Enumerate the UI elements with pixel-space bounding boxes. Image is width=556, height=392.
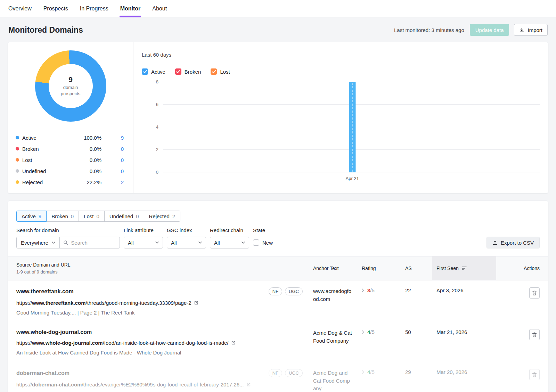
external-link-icon[interactable] (231, 341, 236, 345)
nav-item[interactable]: In Progress (80, 0, 108, 17)
redirect-chain-value: All (214, 240, 220, 246)
trend-legend-label: Lost (220, 69, 230, 75)
state-label: State (253, 227, 273, 233)
url-prefix: https:// (16, 340, 32, 346)
rating-cell[interactable]: 4/5 (362, 362, 405, 392)
redirect-chain-label: Redirect chain (210, 227, 249, 233)
trend-legend-item[interactable]: Active (142, 68, 165, 75)
legend-dot (16, 158, 19, 162)
link-attribute-badge: UGC (285, 369, 303, 377)
nav-item[interactable]: Monitor (120, 0, 141, 17)
checkbox-unchecked-icon (253, 239, 259, 246)
legend-dot (16, 169, 19, 173)
status-tab[interactable]: Broken 0 (46, 211, 79, 222)
last-monitored-text: Last monitored: 3 minutes ago (394, 27, 464, 33)
redirect-chain-select[interactable]: All (210, 237, 249, 248)
link-attribute-select[interactable]: All (124, 237, 163, 248)
trend-plot: Apr 21 02468 (163, 82, 540, 172)
external-link-icon[interactable] (246, 382, 251, 387)
column-rating: Rating (362, 256, 405, 280)
trend-legend-item[interactable]: Broken (175, 68, 201, 75)
chevron-right-icon (362, 370, 364, 374)
external-link-icon[interactable] (194, 301, 198, 305)
rating-value: 4/5 (367, 369, 375, 375)
nav-item-label: About (152, 6, 167, 12)
donut-legend-row: Lost 0.0% 0 (16, 154, 124, 165)
donut-center-label: domain prospects (56, 84, 85, 97)
legend-percent: 0.0% (90, 157, 101, 163)
search-scope-select[interactable]: Everywhere (17, 237, 60, 248)
y-axis-tick: 0 (156, 170, 158, 175)
download-icon (519, 27, 524, 33)
link-attribute-badge: UGC (285, 287, 303, 295)
status-tab[interactable]: Active 9 (16, 211, 47, 222)
overview-card: 9 domain prospects Active 100.0% 9 Broke… (8, 42, 548, 194)
status-tab[interactable]: Rejected 2 (144, 211, 181, 222)
trend-legend-item[interactable]: Lost (211, 68, 230, 75)
search-input[interactable] (71, 240, 116, 246)
trend-legend-label: Broken (185, 69, 201, 75)
source-url: https://www.whole-dog-journal.com/food/a… (16, 339, 299, 346)
export-csv-button[interactable]: Export to CSV (486, 237, 540, 248)
donut-legend-row: Undefined 0.0% 0 (16, 165, 124, 177)
column-source: Source Domain and URL 1-9 out of 9 domai… (16, 256, 313, 280)
legend-dot (16, 147, 19, 150)
status-tab-label: Broken (51, 213, 68, 219)
legend-count-link[interactable]: 0 (101, 146, 124, 152)
status-tab[interactable]: Lost 0 (79, 211, 105, 222)
column-first-seen[interactable]: First Seen (432, 256, 496, 280)
top-nav: Overview Prospects In Progress Monitor A… (0, 0, 556, 17)
status-tab-count: 0 (136, 213, 139, 219)
rating-cell[interactable]: 4/5 (362, 322, 405, 362)
nav-item[interactable]: About (152, 0, 167, 17)
legend-count-link[interactable]: 9 (101, 135, 124, 141)
trend-bar (349, 82, 355, 172)
prospects-table: Source Domain and URL 1-9 out of 9 domai… (8, 256, 548, 392)
status-tab-group: Active 9 Broken 0 Lost 0 Undefined 0 Rej… (16, 211, 540, 222)
legend-count-link[interactable]: 2 (101, 179, 124, 185)
legend-count-link[interactable]: 0 (101, 168, 124, 174)
badge-list: NFUGC (269, 287, 303, 295)
checkbox-checked-icon (211, 68, 217, 75)
state-new-checkbox[interactable]: New (253, 237, 273, 248)
page-title: Monitored Domains (8, 25, 83, 35)
source-cell: doberman-chat.com NFUGC https://doberman… (16, 362, 313, 392)
table-header: Source Domain and URL 1-9 out of 9 domai… (8, 256, 548, 280)
authority-score: 50 (405, 322, 432, 362)
import-button[interactable]: Import (514, 24, 548, 36)
donut-legend-row: Active 100.0% 9 (16, 132, 124, 143)
status-tab-label: Rejected (149, 213, 170, 219)
column-anchor-text: Anchor Text (313, 256, 362, 280)
trend-pane: Last 60 days Active Broken Lost Apr 21 0… (133, 42, 548, 193)
delete-button[interactable] (529, 287, 540, 299)
status-tab-count: 9 (39, 213, 41, 219)
nav-item-label: In Progress (80, 6, 108, 12)
legend-label: Undefined (22, 168, 46, 174)
search-box (60, 237, 120, 248)
nav-item-label: Monitor (120, 6, 141, 12)
anchor-text: Acme Dog and Cat Food Company (313, 362, 362, 392)
nav-item[interactable]: Prospects (43, 0, 68, 17)
page: Monitored Domains Last monitored: 3 minu… (0, 17, 556, 392)
rating-cell[interactable]: 3/5 (362, 280, 405, 322)
gsc-index-select[interactable]: All (167, 237, 206, 248)
checkbox-checked-icon (175, 68, 181, 75)
legend-count-link[interactable]: 0 (101, 157, 124, 163)
table-row: www.whole-dog-journal.com https://www.wh… (8, 322, 548, 362)
delete-button[interactable] (529, 369, 540, 380)
column-actions: Actions (496, 256, 540, 280)
nav-item[interactable]: Overview (8, 0, 32, 17)
legend-percent: 22.2% (87, 179, 101, 185)
gsc-index-label: GSC index (167, 227, 206, 233)
update-data-button[interactable]: Update data (470, 24, 509, 36)
status-tab[interactable]: Undefined 0 (104, 211, 144, 222)
delete-button[interactable] (529, 329, 540, 340)
url-path: /food/an-inside-look-at-how-canned-dog-f… (103, 340, 229, 346)
filters-row: Search for domain Everywhere (8, 227, 548, 248)
legend-label: Lost (22, 157, 32, 163)
y-axis-tick: 2 (156, 147, 158, 152)
gsc-index-value: All (171, 240, 177, 246)
legend-percent: 0.0% (90, 146, 101, 152)
source-domain: doberman-chat.com (16, 370, 70, 376)
url-domain: www.whole-dog-journal.com (32, 340, 103, 346)
